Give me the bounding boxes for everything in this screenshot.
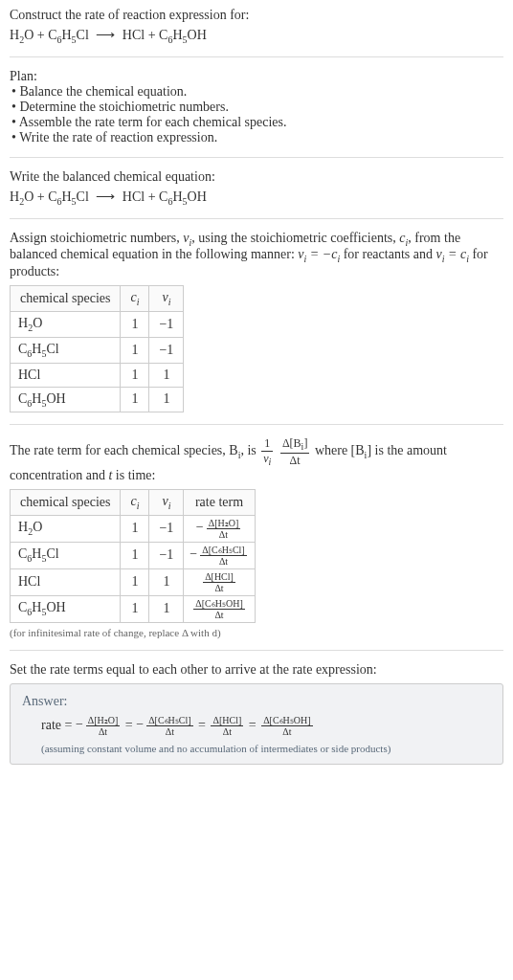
table-row: H2O 1 −1 −Δ[H₂O]Δt	[11, 515, 256, 542]
eq-text: H	[61, 28, 71, 42]
c-cell: 1	[121, 387, 149, 412]
section-plan: Plan: • Balance the chemical equation. •…	[10, 69, 503, 158]
text: C	[18, 342, 27, 356]
c-cell: 1	[121, 363, 149, 387]
numerator: Δ[H₂O]	[86, 715, 121, 726]
table-row: HCl 1 1 Δ[HCl]Δt	[11, 568, 256, 595]
species-cell: H2O	[11, 311, 121, 337]
answer-label: Answer:	[22, 694, 491, 709]
answer-title: Set the rate terms equal to each other t…	[10, 662, 503, 678]
denominator: νi	[261, 452, 273, 467]
numerator: Δ[HCl]	[203, 571, 235, 583]
numerator: Δ[Bi]	[280, 436, 310, 453]
rateterm-table: chemical species ci νi rate term H2O 1 −…	[10, 489, 256, 623]
text: C	[18, 546, 27, 561]
text: Cl	[46, 546, 58, 561]
nu-cell: −1	[149, 542, 184, 568]
nu-cell: 1	[149, 595, 184, 622]
minus-icon: −	[190, 546, 197, 561]
fraction: Δ[H₂O]Δt	[86, 715, 121, 737]
text: , using the stoichiometric coefficients,	[191, 231, 399, 245]
eq-text: OH	[188, 189, 207, 204]
table-header: chemical species	[11, 286, 121, 312]
c-cell: 1	[121, 311, 149, 337]
numerator: Δ[H₂O]	[207, 518, 241, 529]
fraction: Δ[C₆H₅OH]Δt	[193, 598, 244, 620]
rateterm-cell: −Δ[C₆H₅Cl]Δt	[184, 542, 255, 568]
denominator: Δt	[211, 726, 243, 737]
sub: i	[168, 501, 171, 511]
c-cell: 1	[121, 595, 149, 622]
arrow-icon: ⟶	[96, 189, 115, 205]
text: H	[32, 391, 41, 406]
balanced-equation: H2O + C6H5Cl ⟶ HCl + C6H5OH	[10, 189, 503, 207]
eq-text: Cl	[77, 189, 89, 204]
species-cell: C6H5Cl	[11, 337, 121, 363]
text: Assign stoichiometric numbers,	[10, 231, 183, 245]
fraction: Δ[HCl]Δt	[211, 715, 243, 737]
table-header: chemical species	[11, 489, 121, 515]
numerator: 1	[261, 436, 273, 452]
c-cell: 1	[121, 337, 149, 363]
text: C	[18, 391, 27, 406]
answer-box: Answer: rate = −Δ[H₂O]Δt = −Δ[C₆H₅Cl]Δt …	[10, 683, 503, 765]
eq-h: H	[10, 28, 19, 42]
table-row: H2O 1 −1	[11, 311, 184, 337]
plan-item: • Balance the chemical equation.	[11, 84, 503, 100]
eq-text: H	[172, 189, 182, 204]
sub: i	[269, 457, 272, 468]
c-cell: 1	[121, 542, 149, 568]
text: H	[18, 316, 28, 330]
rateterm-cell: Δ[HCl]Δt	[184, 568, 255, 595]
sub: i	[168, 297, 171, 307]
species-cell: H2O	[11, 515, 121, 542]
table-header: ci	[121, 286, 149, 312]
denominator: Δt	[200, 556, 246, 567]
fraction: 1νi	[261, 436, 273, 467]
eq-text: H	[61, 189, 71, 204]
fraction: Δ[C₆H₅OH]Δt	[261, 715, 312, 737]
text: H	[32, 600, 41, 614]
text: = −c	[306, 247, 337, 261]
rate-text: rate =	[41, 717, 76, 731]
equals-icon: =	[122, 717, 136, 731]
section-answer: Set the rate terms equal to each other t…	[10, 662, 503, 776]
table-header-row: chemical species ci νi rate term	[11, 489, 256, 515]
denominator: Δt	[261, 726, 312, 737]
rateterm-cell: Δ[C₆H₅OH]Δt	[184, 595, 255, 622]
eq-text: OH	[188, 28, 207, 42]
text: Δ[B	[282, 436, 301, 450]
nu-cell: −1	[149, 337, 184, 363]
table-row: C6H5Cl 1 −1 −Δ[C₆H₅Cl]Δt	[11, 542, 256, 568]
text: , is	[240, 444, 259, 458]
species-cell: C6H5Cl	[11, 542, 121, 568]
species-cell: C6H5OH	[11, 387, 121, 412]
eq-text: HCl + C	[123, 28, 168, 42]
text: = c	[444, 247, 466, 261]
fraction: Δ[H₂O]Δt	[207, 518, 241, 540]
section-balanced: Write the balanced chemical equation: H2…	[10, 169, 503, 219]
minus-icon: −	[196, 520, 204, 534]
construct-equation: H2O + C6H5Cl ⟶ HCl + C6H5OH	[10, 27, 503, 45]
text: where [B	[315, 444, 365, 458]
species-cell: C6H5OH	[11, 595, 121, 622]
denominator: Δt	[86, 726, 121, 737]
section-stoich: Assign stoichiometric numbers, νi, using…	[10, 231, 503, 426]
plan-item: • Determine the stoichiometric numbers.	[11, 100, 503, 115]
sub: i	[137, 297, 140, 307]
answer-rate-expression: rate = −Δ[H₂O]Δt = −Δ[C₆H₅Cl]Δt = Δ[HCl]…	[41, 715, 491, 737]
plan-item: • Assemble the rate term for each chemic…	[11, 115, 503, 130]
numerator: Δ[C₆H₅OH]	[193, 598, 244, 610]
text: H	[32, 546, 41, 561]
nu-cell: 1	[149, 387, 184, 412]
numerator: Δ[C₆H₅Cl]	[200, 545, 246, 556]
text: The rate term for each chemical species,…	[10, 444, 238, 458]
equals-icon: =	[195, 717, 210, 731]
eq-text: HCl + C	[123, 189, 168, 204]
c-cell: 1	[121, 568, 149, 595]
table-row: C6H5OH 1 1 Δ[C₆H₅OH]Δt	[11, 595, 256, 622]
text: C	[18, 600, 27, 614]
sub: i	[137, 501, 140, 511]
construct-title: Construct the rate of reaction expressio…	[10, 8, 503, 23]
species-cell: HCl	[11, 363, 121, 387]
